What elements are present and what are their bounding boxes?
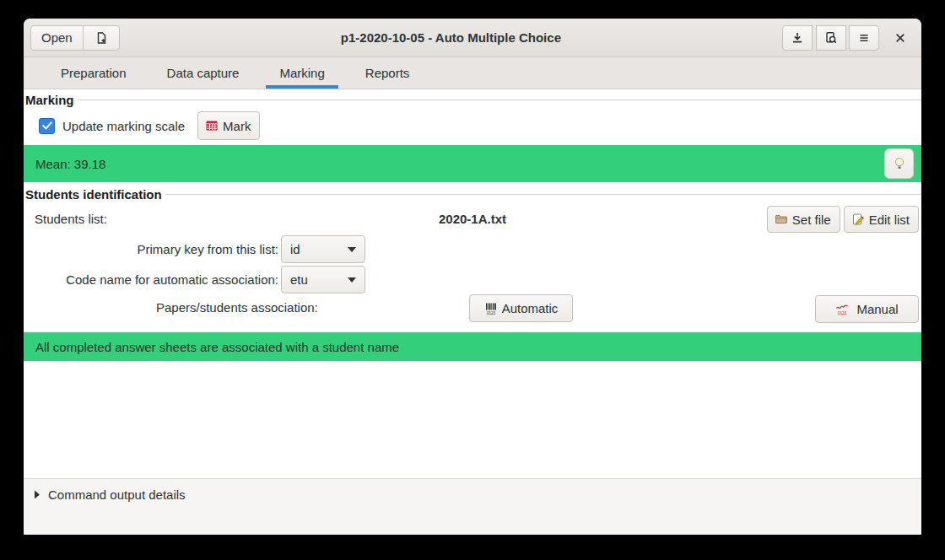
edit-list-button-label: Edit list — [869, 213, 910, 227]
results-list-area[interactable] — [24, 361, 921, 479]
close-icon — [894, 31, 907, 45]
students-list-row: Students list: 2020-1A.txt Set file — [24, 206, 921, 234]
set-file-button-label: Set file — [792, 213, 831, 227]
manual-button-label: Manual — [856, 302, 898, 316]
download-icon — [791, 31, 804, 45]
checkmark-icon — [42, 121, 52, 130]
red-table-icon — [205, 119, 219, 132]
primary-key-selected-value: id — [290, 242, 300, 256]
close-button[interactable] — [886, 25, 915, 51]
tab-marking[interactable]: Marking — [266, 57, 338, 89]
command-output-expander[interactable]: Command output details — [24, 479, 921, 502]
manual-association-button[interactable]: 0123 Manual — [815, 295, 919, 323]
tab-data-capture[interactable]: Data capture — [154, 57, 253, 89]
update-scale-checkbox[interactable] — [39, 118, 55, 134]
association-status-bar: All completed answer sheets are associat… — [24, 332, 921, 361]
chevron-down-icon — [348, 277, 356, 283]
tab-marking-label: Marking — [279, 66, 324, 80]
chevron-down-icon — [348, 247, 356, 252]
tab-data-capture-label: Data capture — [167, 66, 240, 80]
set-file-button[interactable]: Set file — [767, 206, 840, 233]
svg-text:0123: 0123 — [487, 310, 496, 315]
edit-list-button[interactable]: Edit list — [844, 206, 919, 233]
export-button[interactable] — [782, 25, 813, 51]
svg-text:0123: 0123 — [838, 310, 847, 315]
open-button[interactable]: Open — [30, 25, 84, 51]
command-output-expander-label: Command output details — [48, 487, 186, 502]
marking-section-header: Marking — [25, 93, 921, 107]
tab-reports[interactable]: Reports — [352, 57, 424, 89]
preview-document-button[interactable] — [816, 25, 846, 51]
open-button-label: Open — [41, 30, 73, 45]
document-preview-icon — [824, 31, 838, 45]
students-section-title: Students identification — [25, 187, 162, 202]
association-label: Papers/students association: — [156, 300, 318, 315]
automatic-button-label: Automatic — [502, 301, 559, 315]
marking-page: Marking Update marking scale Mark Mean: … — [24, 89, 921, 535]
code-name-dropdown[interactable]: etu — [281, 266, 365, 293]
barcode-icon: 0123 — [484, 302, 498, 315]
mean-status-bar: Mean: 39.18 — [24, 145, 921, 182]
students-list-buttons: Set file Edit list — [767, 206, 919, 233]
handwriting-icon: 0123 — [835, 303, 849, 316]
mark-button[interactable]: Mark — [197, 111, 260, 140]
header-left-buttons: Open — [30, 25, 120, 51]
students-section-header: Students identification — [25, 187, 921, 202]
folder-icon — [775, 213, 788, 226]
menu-button[interactable] — [849, 25, 879, 51]
marking-section-title: Marking — [25, 93, 74, 107]
main-tabs: Preparation Data capture Marking Reports — [24, 57, 921, 89]
code-name-label: Code name for automatic association: — [24, 272, 278, 287]
primary-key-label: Primary key from this list: — [24, 242, 278, 256]
automatic-association-button[interactable]: 0123 Automatic — [469, 294, 573, 322]
section-rule — [78, 100, 921, 100]
association-status-text: All completed answer sheets are associat… — [35, 340, 399, 354]
mean-hint-button[interactable] — [884, 148, 914, 179]
section-rule — [165, 194, 921, 195]
update-scale-label: Update marking scale — [62, 119, 185, 133]
code-name-selected-value: etu — [290, 272, 308, 287]
lightbulb-icon — [892, 156, 907, 171]
header-bar: Open p1-2020-10-05 - Auto Multiple Choic… — [24, 19, 921, 57]
header-right-buttons — [782, 25, 915, 51]
header-action-group — [782, 25, 879, 51]
tab-preparation-label: Preparation — [61, 66, 127, 80]
menu-icon — [857, 31, 871, 45]
primary-key-dropdown[interactable]: id — [281, 235, 365, 263]
app-window: Open p1-2020-10-05 - Auto Multiple Choic… — [24, 19, 921, 535]
mark-button-label: Mark — [223, 119, 251, 133]
footer-panel: Command output details — [24, 479, 921, 535]
tab-reports-label: Reports — [365, 66, 410, 80]
new-document-button[interactable] — [83, 25, 120, 51]
update-scale-row: Update marking scale Mark — [39, 110, 260, 141]
window-title: p1-2020-10-05 - Auto Multiple Choice — [120, 30, 782, 45]
mean-status-text: Mean: 39.18 — [35, 157, 105, 171]
triangle-right-icon — [34, 490, 40, 499]
edit-document-icon — [851, 213, 865, 226]
tab-preparation[interactable]: Preparation — [47, 57, 140, 89]
new-document-icon — [94, 31, 108, 45]
